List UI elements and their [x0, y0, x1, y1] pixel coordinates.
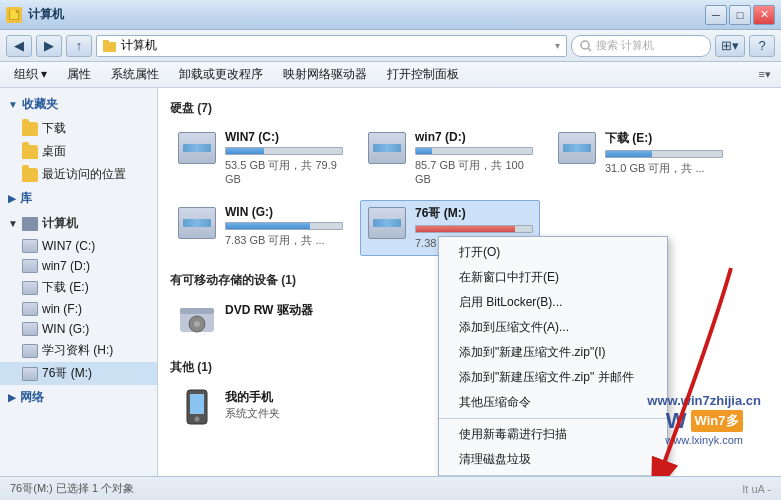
- sidebar-item-d-label: win7 (D:): [42, 259, 90, 273]
- sidebar-item-desktop[interactable]: 桌面: [0, 140, 157, 163]
- watermark-line2: Win7多: [695, 413, 739, 428]
- menu-organize[interactable]: 组织 ▾: [10, 64, 51, 85]
- favorites-arrow: ▼: [8, 99, 18, 110]
- sidebar-item-g-drive[interactable]: WIN (G:): [0, 319, 157, 339]
- drive-c-name: WIN7 (C:): [225, 130, 343, 144]
- phone-icon: [183, 389, 211, 425]
- svg-rect-1: [10, 10, 16, 13]
- search-bar[interactable]: 搜索 计算机: [571, 35, 711, 57]
- phone-icon-box: [177, 389, 217, 425]
- dvd-drive[interactable]: DVD RW 驱动器: [170, 297, 350, 343]
- address-bar[interactable]: 计算机 ▾: [96, 35, 567, 57]
- main-area: ▼ 收藏夹 下载 桌面 最近访问的位置 ▶ 库 ▼ 计算机 WIN7 (C:): [0, 88, 781, 476]
- drive-m-bar: [415, 225, 533, 233]
- ctx-sep-1: [439, 418, 667, 419]
- network-label: 网络: [20, 389, 44, 406]
- drive-e-name: 下载 (E:): [605, 130, 723, 147]
- disk-icon-g: [22, 322, 38, 336]
- sidebar-section-library[interactable]: ▶ 库: [0, 186, 157, 211]
- drive-m-fill: [416, 226, 515, 232]
- sidebar-item-f-label: win (F:): [42, 302, 82, 316]
- drive-c-fill: [226, 148, 264, 154]
- ctx-sep-2: [439, 475, 667, 476]
- sidebar-section-computer[interactable]: ▼ 计算机: [0, 211, 157, 236]
- sidebar-item-download[interactable]: 下载: [0, 117, 157, 140]
- hdd-icon-m: [368, 207, 406, 239]
- drive-c-icon-box: [177, 130, 217, 166]
- toolbar: ◀ ▶ ↑ 计算机 ▾ 搜索 计算机 ⊞▾ ?: [0, 30, 781, 62]
- close-button[interactable]: ✕: [753, 5, 775, 25]
- drive-e-info: 下载 (E:) 31.0 GB 可用，共 ...: [605, 130, 723, 176]
- disk-icon-f: [22, 302, 38, 316]
- ctx-clean-disk[interactable]: 清理磁盘垃圾: [439, 447, 667, 472]
- forward-button[interactable]: ▶: [36, 35, 62, 57]
- drive-e[interactable]: 下载 (E:) 31.0 GB 可用，共 ...: [550, 125, 730, 190]
- menu-system-properties[interactable]: 系统属性: [107, 64, 163, 85]
- menu-properties[interactable]: 属性: [63, 64, 95, 85]
- sidebar-item-recent[interactable]: 最近访问的位置: [0, 163, 157, 186]
- drive-d[interactable]: win7 (D:) 85.7 GB 可用，共 100 GB: [360, 125, 540, 190]
- phone-info: 我的手机 系统文件夹: [225, 389, 343, 421]
- minimize-button[interactable]: ─: [705, 5, 727, 25]
- disk-icon-m: [22, 367, 38, 381]
- drive-d-name: win7 (D:): [415, 130, 533, 144]
- sidebar-item-d-drive[interactable]: win7 (D:): [0, 256, 157, 276]
- back-button[interactable]: ◀: [6, 35, 32, 57]
- menu-map-drive[interactable]: 映射网络驱动器: [279, 64, 371, 85]
- ctx-open[interactable]: 打开(O): [439, 240, 667, 265]
- ctx-add-zip-email[interactable]: 添加到"新建压缩文件.zip" 并邮件: [439, 365, 667, 390]
- sidebar-item-c-drive[interactable]: WIN7 (C:): [0, 236, 157, 256]
- drive-d-icon-box: [367, 130, 407, 166]
- sidebar-item-h-drive[interactable]: 学习资料 (H:): [0, 339, 157, 362]
- ctx-open-new-window[interactable]: 在新窗口中打开(E): [439, 265, 667, 290]
- status-text: 76哥(M:) 已选择 1 个对象: [10, 481, 134, 496]
- favorites-label: 收藏夹: [22, 96, 58, 113]
- hard-drives-title: 硬盘 (7): [170, 100, 769, 117]
- folder-icon-desktop: [22, 145, 38, 159]
- sidebar-item-h-label: 学习资料 (H:): [42, 342, 113, 359]
- drive-g-info: WIN (G:) 7.83 GB 可用，共 ...: [225, 205, 343, 248]
- sidebar-item-recent-label: 最近访问的位置: [42, 166, 126, 183]
- menu-control-panel[interactable]: 打开控制面板: [383, 64, 463, 85]
- watermark-logo-box: Win7多: [691, 410, 743, 432]
- watermark-url1: www.win7zhijia.cn: [647, 393, 761, 408]
- watermark-logo: W: [666, 408, 687, 434]
- sidebar-item-e-drive[interactable]: 下载 (E:): [0, 276, 157, 299]
- ctx-scan[interactable]: 使用新毒霸进行扫描: [439, 422, 667, 447]
- ctx-add-archive[interactable]: 添加到压缩文件(A)...: [439, 315, 667, 340]
- phone-item[interactable]: 我的手机 系统文件夹: [170, 384, 350, 430]
- dvd-drive-icon: [178, 304, 216, 336]
- svg-line-5: [588, 48, 591, 51]
- sidebar-item-f-drive[interactable]: win (F:): [0, 299, 157, 319]
- view-options-button[interactable]: ⊞▾: [715, 35, 745, 57]
- drive-e-bar: [605, 150, 723, 158]
- ctx-bitlocker[interactable]: 启用 BitLocker(B)...: [439, 290, 667, 315]
- bottom-text: It uA -: [742, 483, 771, 495]
- drive-c[interactable]: WIN7 (C:) 53.5 GB 可用，共 79.9 GB: [170, 125, 350, 190]
- computer-arrow: ▼: [8, 218, 18, 229]
- hdd-icon-c: [178, 132, 216, 164]
- ctx-add-zip[interactable]: 添加到"新建压缩文件.zip"(I): [439, 340, 667, 365]
- dvd-info: DVD RW 驱动器: [225, 302, 343, 319]
- menu-uninstall[interactable]: 卸载或更改程序: [175, 64, 267, 85]
- help-button[interactable]: ?: [749, 35, 775, 57]
- sidebar-item-m-drive[interactable]: 76哥 (M:): [0, 362, 157, 385]
- up-button[interactable]: ↑: [66, 35, 92, 57]
- phone-name: 我的手机: [225, 389, 343, 406]
- window-title: 计算机: [28, 6, 64, 23]
- menu-bar: 组织 ▾ 属性 系统属性 卸载或更改程序 映射网络驱动器 打开控制面板 ≡▾: [0, 62, 781, 88]
- drive-g-bar: [225, 222, 343, 230]
- svg-rect-3: [103, 40, 109, 44]
- sidebar-section-favorites[interactable]: ▼ 收藏夹: [0, 92, 157, 117]
- drive-g-name: WIN (G:): [225, 205, 343, 219]
- sidebar-section-network[interactable]: ▶ 网络: [0, 385, 157, 410]
- drive-g[interactable]: WIN (G:) 7.83 GB 可用，共 ...: [170, 200, 350, 256]
- sidebar: ▼ 收藏夹 下载 桌面 最近访问的位置 ▶ 库 ▼ 计算机 WIN7 (C:): [0, 88, 158, 476]
- phone-sub: 系统文件夹: [225, 406, 343, 421]
- maximize-button[interactable]: □: [729, 5, 751, 25]
- ctx-other-compress[interactable]: 其他压缩命令: [439, 390, 667, 415]
- library-arrow: ▶: [8, 193, 16, 204]
- disk-icon-h: [22, 344, 38, 358]
- drive-e-size: 31.0 GB 可用，共 ...: [605, 161, 723, 176]
- content-area: 硬盘 (7) WIN7 (C:) 53.5 GB 可用，共 79.9 GB: [158, 88, 781, 476]
